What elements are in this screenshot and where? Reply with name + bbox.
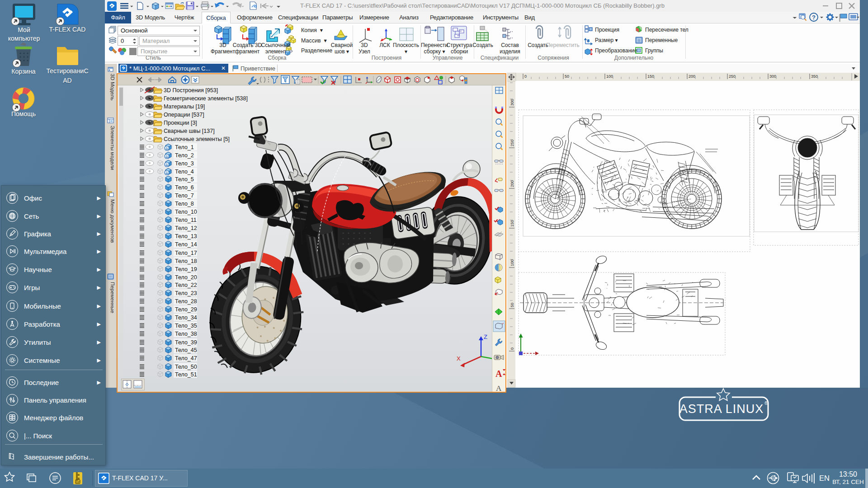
svg-text:250: 250 [510, 140, 514, 146]
svg-text:Тело_17: Тело_17 [175, 250, 197, 256]
svg-text:200: 200 [510, 180, 514, 187]
svg-text:150: 150 [647, 74, 654, 79]
svg-text:Тело_19: Тело_19 [175, 266, 197, 272]
svg-text:Тело_51: Тело_51 [175, 371, 197, 378]
svg-text:Тело_45: Тело_45 [175, 347, 197, 353]
svg-text:Материалы [19]: Материалы [19] [164, 103, 205, 110]
svg-text:300: 300 [510, 99, 514, 106]
svg-text:A: A [495, 369, 502, 379]
svg-text:0: 0 [524, 74, 527, 79]
svg-text:Тело_12: Тело_12 [175, 225, 197, 231]
svg-text:Тело_4: Тело_4 [175, 169, 194, 175]
svg-text:350: 350 [811, 74, 818, 79]
svg-text:ZIP: ZIP [75, 481, 80, 483]
svg-text:Тело_35: Тело_35 [175, 323, 197, 329]
svg-text:Тело_47: Тело_47 [175, 355, 197, 361]
svg-text:Тело_2: Тело_2 [175, 152, 194, 159]
svg-text:300: 300 [769, 74, 776, 79]
svg-text:Тело_11: Тело_11 [175, 217, 197, 223]
svg-text:EN: EN [819, 474, 830, 482]
svg-text:150: 150 [510, 220, 514, 227]
svg-text:Тело_28: Тело_28 [175, 298, 197, 305]
svg-text:50: 50 [565, 74, 569, 79]
svg-text:Геометрические элементы [538]: Геометрические элементы [538] [164, 95, 248, 102]
svg-text:A: A [496, 384, 502, 392]
svg-text:?: ? [812, 14, 816, 21]
svg-text:ASTRA LINUX: ASTRA LINUX [679, 402, 764, 416]
svg-text:Тело_29: Тело_29 [175, 306, 197, 313]
svg-text:Тело_8: Тело_8 [175, 201, 194, 207]
svg-text:100: 100 [606, 74, 613, 79]
svg-text:Тело_3: Тело_3 [175, 160, 194, 167]
svg-text:Тело_20: Тело_20 [175, 274, 197, 281]
svg-text:Тело_10: Тело_10 [175, 209, 197, 215]
svg-text:Тело_6: Тело_6 [175, 184, 194, 191]
svg-text:200: 200 [689, 74, 695, 79]
svg-text:Сварные швы [137]: Сварные швы [137] [164, 128, 215, 134]
svg-text:Тело_13: Тело_13 [175, 233, 197, 239]
svg-text:250: 250 [729, 74, 736, 79]
svg-text:Операции [537]: Операции [537] [164, 112, 204, 118]
svg-text:100: 100 [510, 259, 514, 266]
svg-text:Ссылочные элементы [5]: Ссылочные элементы [5] [164, 136, 230, 142]
svg-text:Тело_5: Тело_5 [175, 176, 194, 183]
svg-text:Тело_14: Тело_14 [175, 241, 197, 248]
svg-text:X: X [457, 355, 461, 362]
svg-text:Тело_38: Тело_38 [175, 331, 197, 337]
svg-text:Тело_50: Тело_50 [175, 364, 197, 370]
svg-text:Тело_23: Тело_23 [175, 290, 197, 296]
svg-text:Тело_7: Тело_7 [175, 192, 194, 199]
svg-text:50: 50 [510, 303, 514, 307]
svg-text:Тело_18: Тело_18 [175, 258, 197, 264]
svg-text:Тело_39: Тело_39 [175, 339, 197, 346]
svg-text:Проекции [3]: Проекции [3] [164, 120, 197, 126]
svg-text:Z: Z [484, 333, 487, 340]
svg-text:®: ® [764, 401, 768, 406]
svg-text:Тело_22: Тело_22 [175, 282, 197, 288]
svg-text:Тело_34: Тело_34 [175, 314, 197, 321]
svg-text:Тело_1: Тело_1 [175, 144, 194, 150]
svg-text:0: 0 [510, 347, 514, 350]
svg-text:3D Построения [953]: 3D Построения [953] [164, 87, 218, 94]
